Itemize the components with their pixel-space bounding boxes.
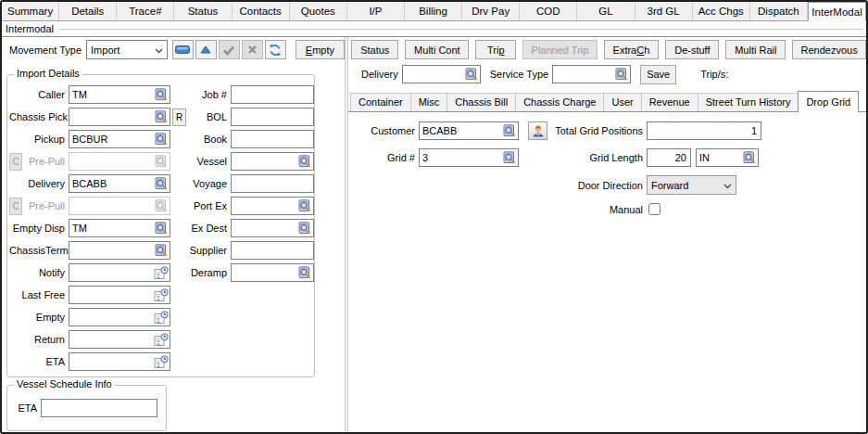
chevron-down-icon (155, 48, 163, 54)
tab-i-p[interactable]: I/P (347, 2, 405, 20)
movement-type-select[interactable]: Import (86, 40, 168, 59)
service-type-input[interactable] (553, 67, 615, 82)
tab-summary[interactable]: Summary (2, 2, 59, 20)
grid-number-input[interactable] (420, 150, 503, 165)
last-free-input[interactable] (69, 287, 154, 302)
lookup-icon[interactable] (298, 222, 312, 235)
eta-input[interactable] (69, 354, 154, 369)
lookup-icon[interactable] (155, 244, 169, 257)
pickup-input[interactable] (69, 132, 155, 147)
suffix-chassis-pick-button[interactable]: R (172, 108, 186, 126)
caller-label: Caller (9, 89, 65, 100)
ex-dest-input[interactable] (232, 221, 298, 236)
ex-dest-field (231, 219, 314, 237)
tab-intermodal[interactable]: InterModal (808, 2, 866, 21)
chassis-pick-label: Chassis Pick (9, 111, 65, 122)
detail-tab-chassis-bill[interactable]: Chassis Bill (447, 93, 516, 111)
tab-acc-chgs[interactable]: Acc Chgs (693, 2, 750, 20)
port-ex-input[interactable] (232, 198, 298, 213)
lookup-icon[interactable] (155, 133, 169, 146)
multi-cont-button[interactable]: Multi Cont (405, 40, 469, 59)
lookup-icon[interactable] (155, 222, 169, 235)
trip-button[interactable]: Trip (475, 40, 516, 59)
lookup-icon[interactable] (155, 110, 169, 123)
tab-details[interactable]: Details (59, 2, 117, 20)
detail-tab-misc[interactable]: Misc (410, 93, 448, 111)
refresh-button[interactable] (265, 40, 286, 59)
tab-gl[interactable]: GL (577, 2, 635, 20)
lookup-icon[interactable] (743, 151, 757, 164)
de-stuff-button[interactable]: De-stuff (665, 40, 719, 59)
multi-rail-button[interactable]: Multi Rail (725, 40, 786, 59)
main-area: Movement Type Import Empty Import Detail… (2, 36, 866, 431)
tab-3rd-gl[interactable]: 3rd GL (635, 2, 693, 20)
vessel-input[interactable] (232, 154, 298, 169)
voyage-input[interactable] (231, 174, 314, 193)
total-grid-positions-input[interactable] (647, 121, 761, 140)
vessel-eta-input[interactable] (41, 399, 157, 417)
book-input[interactable] (231, 130, 314, 148)
delivery-input[interactable] (403, 67, 465, 82)
detail-tab-drop-grid[interactable]: Drop Grid (798, 91, 859, 112)
tab-status[interactable]: Status (174, 2, 232, 20)
manual-checkbox[interactable] (648, 203, 660, 215)
lookup-icon[interactable] (298, 199, 312, 212)
datetime-icon[interactable]: 1 (154, 311, 169, 325)
empty-disp-input[interactable] (69, 221, 155, 236)
detail-tab-revenue[interactable]: Revenue (641, 93, 698, 111)
datetime-icon[interactable]: 1 (154, 288, 169, 302)
lookup-icon[interactable] (503, 151, 517, 164)
lookup-icon[interactable] (465, 68, 479, 81)
save-button[interactable]: Save (640, 65, 676, 84)
grid-length-unit-input[interactable] (697, 150, 743, 165)
empty-input[interactable] (69, 310, 154, 325)
status-button[interactable]: Status (351, 40, 398, 59)
customer-input[interactable] (420, 123, 503, 138)
detail-tab-user[interactable]: User (603, 93, 641, 111)
supplier-input[interactable] (231, 241, 314, 260)
tab-dispatch[interactable]: Dispatch (750, 2, 808, 20)
return-input[interactable] (69, 332, 154, 347)
delivery-input[interactable] (69, 176, 155, 191)
door-direction-select[interactable]: Forward (647, 175, 736, 195)
tab-drv-pay[interactable]: Drv Pay (462, 2, 520, 20)
blue-bar-button[interactable] (172, 40, 194, 59)
lookup-icon[interactable] (503, 124, 517, 137)
chassisterm-field (69, 241, 170, 260)
datetime-icon[interactable]: 1 (154, 333, 169, 347)
notify-input[interactable] (69, 265, 154, 280)
bol-input[interactable] (231, 108, 314, 126)
job-input[interactable] (231, 85, 314, 104)
lookup-icon[interactable] (298, 155, 312, 168)
caller-input[interactable] (69, 87, 155, 102)
section-title: Intermodal (6, 23, 54, 34)
datetime-icon[interactable]: 1 (154, 355, 169, 369)
tab-trace[interactable]: Trace# (117, 2, 174, 20)
grid-length-input[interactable] (647, 148, 691, 167)
rendezvous-button[interactable]: Rendezvous (792, 40, 866, 59)
lookup-icon[interactable] (155, 88, 169, 101)
customer-contact-button[interactable] (528, 121, 547, 140)
extra-ch-button[interactable]: Extra Ch (604, 40, 660, 59)
tab-cod[interactable]: COD (520, 2, 577, 20)
deramp-input[interactable] (232, 265, 298, 280)
chassis-pick-input[interactable] (69, 109, 155, 124)
detail-tab-street-turn-history[interactable]: Street Turn History (698, 93, 799, 111)
field-row-supplier: Supplier (189, 239, 314, 262)
detail-tab-chassis-charge[interactable]: Chassis Charge (515, 93, 604, 111)
lookup-icon[interactable] (615, 68, 629, 81)
tab-billing[interactable]: Billing (405, 2, 462, 20)
up-triangle-button[interactable] (195, 40, 217, 59)
tab-quotes[interactable]: Quotes (290, 2, 347, 20)
lookup-icon[interactable] (155, 177, 169, 190)
field-row-eta: ETA1 (9, 351, 189, 373)
tab-contacts[interactable]: Contacts (233, 2, 290, 20)
delivery-field (69, 174, 170, 193)
chassisterm-input[interactable] (69, 243, 155, 258)
button-label-part: h (644, 45, 649, 56)
detail-tab-container[interactable]: Container (350, 93, 411, 111)
datetime-icon[interactable]: 1 (154, 266, 169, 280)
lookup-icon[interactable] (298, 266, 312, 279)
empty-button[interactable]: Empty (296, 40, 345, 59)
toolbar-icon-buttons (172, 40, 286, 59)
